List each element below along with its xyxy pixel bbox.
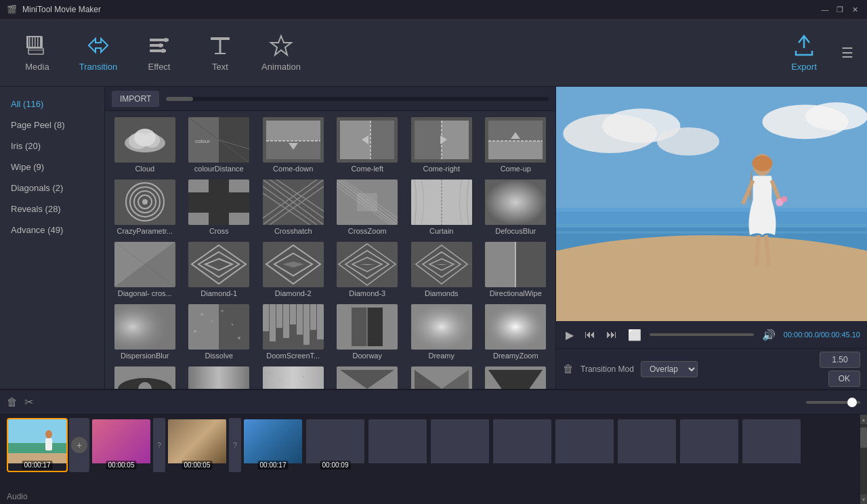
progress-bar[interactable]: [650, 333, 754, 336]
transition-curtain[interactable]: Curtain: [405, 177, 478, 238]
transition-mode-label: Transition Mod: [580, 364, 634, 374]
video-clip-5[interactable]: 00:00:09: [305, 418, 366, 472]
timeline-transition-icon-1: +: [71, 437, 87, 453]
transition-dissolve[interactable]: Dissolve: [183, 301, 256, 362]
video-controls: ▶ ⏮ ⏭ ⬜ 🔊 00:00:00.0/00:00:45.10: [556, 321, 867, 348]
transition-fadegrayscale[interactable]: FadeGrayscale: [257, 364, 330, 389]
transition-come-left[interactable]: Come-left: [331, 114, 404, 175]
video-clip-9[interactable]: [554, 418, 615, 472]
animation-icon: [269, 33, 293, 58]
transition-fan-in[interactable]: Fan in: [331, 364, 404, 389]
transition-doorway[interactable]: Doorway: [331, 301, 404, 362]
timeline-transition-2[interactable]: ?: [153, 418, 165, 472]
duration-input[interactable]: [820, 352, 860, 368]
forward-button[interactable]: ⏭: [604, 327, 620, 342]
sidebar-item-reveals[interactable]: Reveals (28): [0, 198, 104, 219]
transition-crosshatch[interactable]: Crosshatch: [257, 177, 330, 238]
clip-time-3: 00:00:05: [182, 461, 213, 469]
toolbar-transition[interactable]: Transition: [68, 26, 129, 80]
timeline-delete-button[interactable]: 🗑: [7, 396, 18, 408]
maximize-button[interactable]: ❐: [834, 4, 845, 15]
timeline-transition-3[interactable]: ?: [229, 418, 241, 472]
video-clip-4[interactable]: 00:00:17: [242, 418, 303, 472]
title-bar-controls[interactable]: — ❐ ✕: [820, 4, 860, 15]
transition-diagonal-cross[interactable]: Diagonal- cros...: [108, 239, 182, 300]
transition-diamonds[interactable]: Diamonds: [405, 239, 478, 300]
clip-thumb-1: [8, 419, 66, 463]
transition-colourdistance[interactable]: colour colourDistance: [183, 114, 256, 175]
svg-point-140: [279, 379, 280, 381]
transition-come-down[interactable]: Come-down: [257, 114, 330, 175]
sidebar-item-advance[interactable]: Advance (49): [0, 219, 104, 240]
video-clip-8[interactable]: [492, 418, 553, 472]
transition-thumb-come-right: [411, 117, 472, 163]
transition-mode-select[interactable]: Overlap Cut Dissolve: [641, 361, 698, 377]
transition-thumb-dispersionblur: [114, 304, 175, 350]
transition-cloud[interactable]: Cloud: [108, 114, 182, 175]
fullscreen-button[interactable]: ⬜: [625, 327, 644, 343]
timeline-scissors-button[interactable]: ✂: [24, 396, 33, 408]
rewind-button[interactable]: ⏮: [582, 327, 598, 342]
video-clip-2[interactable]: 00:00:05: [91, 418, 152, 472]
video-clip-11[interactable]: [679, 418, 740, 472]
toolbar-animation[interactable]: Animation: [251, 26, 312, 80]
transition-filled-v-down[interactable]: Filled-V-Down: [480, 364, 553, 389]
toolbar-effect[interactable]: Effect: [129, 26, 190, 80]
transition-dreamy[interactable]: Dreamy: [405, 301, 478, 362]
vscroll-up-button[interactable]: ▲: [860, 415, 867, 424]
transition-fan-out[interactable]: Fan out: [405, 364, 478, 389]
transition-fadecolor[interactable]: FadeColor: [183, 364, 256, 389]
video-clip-10[interactable]: [616, 418, 677, 472]
transition-come-up[interactable]: Come-up: [480, 114, 553, 175]
transition-diamond-1[interactable]: Diamond-1: [183, 239, 256, 300]
transition-diamond-2[interactable]: Diamond-2: [257, 239, 330, 300]
vscroll-down-button[interactable]: ▼: [860, 495, 867, 504]
toolbar-text[interactable]: Text: [190, 26, 251, 80]
menu-button[interactable]: ☰: [834, 38, 860, 68]
svg-rect-84: [188, 242, 249, 287]
transition-crosszoom[interactable]: CrossZoom: [331, 177, 404, 238]
transition-crazyparametr[interactable]: CrazyParametr...: [108, 177, 182, 238]
zoom-thumb[interactable]: [847, 398, 857, 407]
sidebar-item-all[interactable]: All (116): [0, 93, 104, 114]
toolbar-export[interactable]: Export: [774, 26, 834, 80]
transition-doomscreent[interactable]: DoomScreenT...: [257, 301, 330, 362]
transition-dispersionblur[interactable]: DispersionBlur: [108, 301, 182, 362]
transition-dreamyzoom[interactable]: DreamyZoom: [480, 301, 553, 362]
play-button[interactable]: ▶: [563, 327, 576, 343]
volume-button[interactable]: 🔊: [759, 327, 778, 343]
delete-transition-button[interactable]: 🗑: [563, 363, 574, 375]
video-clip-1[interactable]: 00:00:17: [7, 418, 68, 472]
sidebar-item-page-peel[interactable]: Page Peel (8): [0, 114, 104, 135]
transition-cross[interactable]: Cross: [183, 177, 256, 238]
ok-button[interactable]: OK: [828, 371, 860, 387]
sidebar-item-iris[interactable]: Iris (20): [0, 135, 104, 156]
video-clip-3[interactable]: 00:00:05: [167, 418, 228, 472]
animation-label: Animation: [261, 62, 301, 72]
close-button[interactable]: ✕: [849, 4, 860, 15]
sidebar-item-wipe[interactable]: Wipe (9): [0, 156, 104, 177]
minimize-button[interactable]: —: [820, 4, 830, 15]
import-button[interactable]: IMPORT: [112, 91, 159, 107]
timeline-transition-1[interactable]: +: [69, 418, 89, 472]
clip-thumb-5: [306, 419, 364, 463]
vscroll-thumb[interactable]: [860, 427, 867, 448]
toolbar-media[interactable]: Media: [7, 26, 68, 80]
transition-thumb-curtain: [411, 180, 472, 225]
transition-diamond-3[interactable]: Diamond-3: [331, 239, 404, 300]
svg-point-110: [200, 313, 203, 316]
transition-come-right[interactable]: Come-right: [405, 114, 478, 175]
scroll-thumb[interactable]: [166, 97, 193, 101]
transition-label-diamond-1: Diamond-1: [200, 289, 237, 297]
transition-directionalwipe[interactable]: DirectionalWipe: [480, 239, 553, 300]
video-clip-6[interactable]: [367, 418, 428, 472]
svg-rect-166: [556, 224, 867, 228]
sidebar-item-diagonals[interactable]: Diagonals (2): [0, 177, 104, 198]
timeline: 🗑 ✂: [0, 389, 867, 504]
svg-rect-2: [40, 36, 42, 48]
transition-thumb-dissolve: [188, 304, 249, 350]
transition-defocusblur[interactable]: DefocusBlur: [480, 177, 553, 238]
video-clip-12[interactable]: [741, 418, 802, 472]
transition-eye[interactable]: Eye: [108, 364, 182, 389]
video-clip-7[interactable]: [429, 418, 490, 472]
